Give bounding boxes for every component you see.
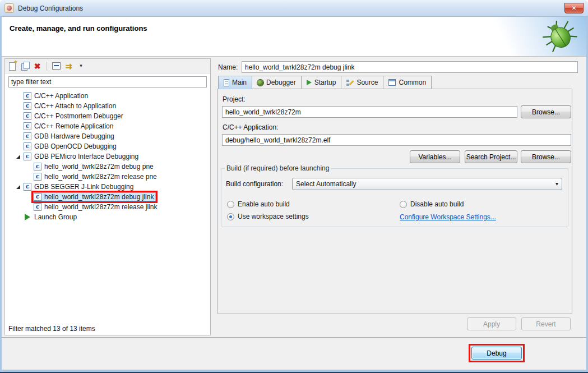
c-icon: c [24,92,31,100]
expand-toggle-icon[interactable] [15,112,23,120]
expand-toggle-icon[interactable] [25,163,33,171]
window-border [0,370,588,373]
expand-toggle-icon[interactable] [15,92,23,100]
expand-toggle-icon[interactable] [15,213,23,221]
tree-item[interactable]: c C/C++ Remote Application [5,121,210,131]
apply-button[interactable]: Apply [467,317,516,330]
c-icon: c [24,132,31,140]
window-close-button[interactable]: ✕ [564,3,584,13]
configurations-panel: ★ ✖ ⇉ ▾ c C/C++ Application c C/C++ Atta… [4,58,211,335]
radio-icon [227,201,234,208]
c-icon: c [24,102,31,110]
new-config-icon[interactable]: ★ [8,61,17,71]
combo-caret-icon: ▾ [555,181,558,187]
tree-item[interactable]: c C/C++ Application [5,91,210,101]
debug-configurations-dialog: Debug Configurations ✕ Create, manage, a… [0,0,588,373]
disable-auto-build-radio[interactable]: Disable auto build [400,200,464,208]
tree-item[interactable]: c GDB PEMicro Interface Debugging [5,151,210,162]
source-icon [346,79,354,86]
configurations-tree: c C/C++ Application c C/C++ Attach to Ap… [5,91,210,323]
enable-auto-build-radio[interactable]: Enable auto build [227,200,290,208]
name-label: Name: [218,63,238,71]
project-input[interactable] [222,106,517,118]
expand-toggle-icon[interactable] [25,193,33,201]
tree-item[interactable]: c hello_world_twrkl28z72m debug pne [5,162,210,172]
revert-button[interactable]: Revert [521,317,571,330]
tab-main[interactable]: Main [218,76,252,89]
c-icon: c [34,203,41,211]
c-icon: c [34,173,41,181]
bug-icon [257,80,263,86]
window-border [0,16,2,373]
tree-item[interactable]: c GDB Hardware Debugging [5,131,210,141]
c-icon: c [24,142,31,150]
search-project-button[interactable]: Search Project... [465,150,517,163]
tree-item[interactable]: c hello_world_twrkl28z72m release jlink [5,202,210,212]
table-icon [388,79,396,86]
menu-caret-icon[interactable]: ▾ [76,61,86,71]
toolbar-separator [47,62,47,71]
tree-item[interactable]: c GDB OpenOCD Debugging [5,141,210,151]
new-star-icon: ★ [13,59,18,65]
document-icon [224,79,229,86]
tab-source[interactable]: Source [341,76,383,89]
window-title: Debug Configurations [18,4,83,12]
filter-configs-icon[interactable]: ⇉ [64,61,73,71]
use-workspace-settings-radio[interactable]: Use workspace settings [227,213,309,220]
expand-toggle-icon[interactable] [15,132,23,140]
launch-group-icon [25,214,30,220]
project-browse-button[interactable]: Browse... [521,105,571,118]
c-icon: c [24,183,31,191]
config-tabs: Main Debugger Startup Source Common [218,76,431,89]
tree-item[interactable]: c hello_world_twrkl28z72m release pne [5,172,210,182]
configure-workspace-settings-link[interactable]: Configure Workspace Settings... [400,213,496,221]
tree-item[interactable]: c C/C++ Postmortem Debugger [5,111,210,121]
delete-config-icon[interactable]: ✖ [33,61,42,71]
build-configuration-label: Build configuration: [226,180,283,188]
application-browse-button[interactable]: Browse... [521,150,571,163]
debug-button[interactable]: Debug [471,347,522,360]
expand-toggle-icon[interactable] [15,142,23,150]
build-configuration-select[interactable]: Select Automatically ▾ [292,178,562,190]
radio-checked-icon [227,213,234,220]
expand-toggle-icon[interactable] [25,173,33,181]
tab-common[interactable]: Common [383,76,432,89]
expand-toggle-icon[interactable] [15,153,23,160]
tree-item[interactable]: c C/C++ Attach to Application [5,101,210,111]
duplicate-config-icon[interactable] [20,61,30,71]
tree-item[interactable]: c GDB SEGGER J-Link Debugging [5,182,210,192]
configurations-toolbar: ★ ✖ ⇉ ▾ [5,59,210,73]
filter-input[interactable] [8,76,207,88]
filter-status-text: Filter matched 13 of 13 items [8,325,95,333]
c-icon: c [24,122,31,130]
debug-annotation-box: Debug [469,344,525,362]
name-input[interactable] [242,61,578,73]
c-icon: c [24,112,31,120]
build-group-label: Build (if required) before launching [225,164,331,172]
tab-startup[interactable]: Startup [301,76,342,89]
play-icon [307,80,312,85]
expand-toggle-icon[interactable] [15,102,23,110]
c-icon: c [34,163,41,171]
collapse-all-icon[interactable] [52,62,61,70]
application-input[interactable] [222,134,571,146]
build-group: Build (if required) before launching Bui… [221,164,568,227]
debug-config-app-icon [4,3,14,13]
tree-item[interactable]: c hello_world_twrkl28z72m debug jlink [5,192,210,202]
c-icon: c [24,153,31,160]
title-bar[interactable]: Debug Configurations ✕ [0,0,588,17]
project-label: Project: [223,95,246,103]
expand-toggle-icon[interactable] [15,122,23,130]
radio-icon [400,201,407,208]
build-configuration-value: Select Automatically [296,180,356,188]
expand-toggle-icon[interactable] [25,203,33,211]
application-label: C/C++ Application: [223,123,278,131]
variables-button[interactable]: Variables... [410,150,460,163]
bug-graphic-icon [543,20,577,53]
expand-toggle-icon[interactable] [15,183,23,191]
main-tab-content: Project: Browse... C/C++ Application: Va… [217,89,572,314]
tree-item[interactable]: Launch Group [5,212,210,222]
header-banner: Create, manage, and run configurations [2,17,586,57]
tab-debugger[interactable]: Debugger [252,76,302,89]
close-icon: ✕ [572,5,576,11]
